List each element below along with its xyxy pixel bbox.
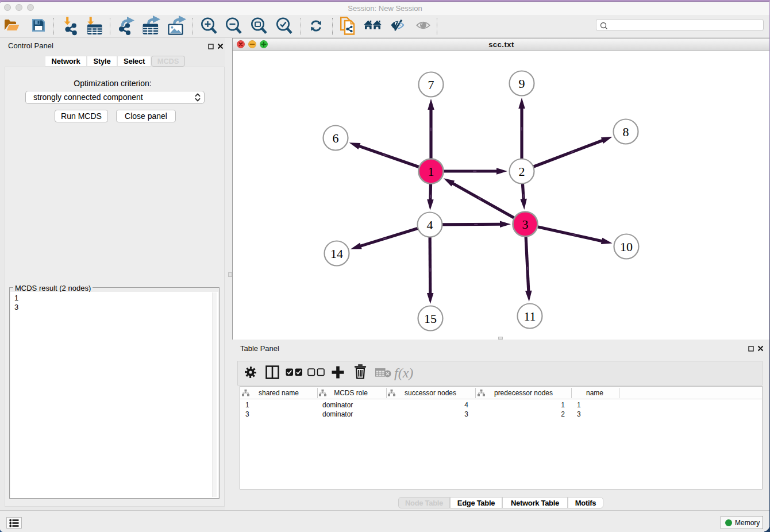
- svg-text:Memory: Memory: [735, 519, 760, 527]
- svg-text:1: 1: [428, 164, 434, 179]
- svg-text:10: 10: [620, 240, 633, 254]
- svg-text:15: 15: [424, 311, 437, 326]
- svg-text:4: 4: [427, 218, 433, 232]
- svg-text:11: 11: [523, 309, 536, 323]
- svg-text:14: 14: [330, 246, 343, 261]
- svg-text:6: 6: [333, 131, 339, 145]
- svg-text:9: 9: [519, 76, 525, 91]
- svg-text:f(x): f(x): [394, 365, 413, 380]
- svg-text:3: 3: [522, 217, 529, 232]
- svg-text:8: 8: [623, 125, 629, 139]
- svg-text:2: 2: [519, 164, 525, 179]
- svg-text:7: 7: [428, 78, 434, 92]
